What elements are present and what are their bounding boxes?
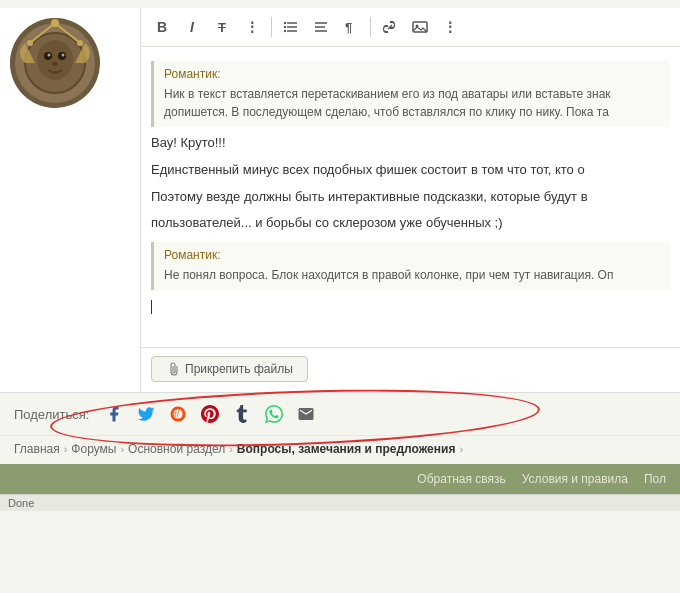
quote-text-1: Ник в текст вставляется перетаскиванием …: [164, 85, 660, 121]
svg-point-17: [284, 30, 286, 32]
quote-author-1: Романтик:: [164, 67, 660, 81]
toolbar: B I T ⋮ ¶ ⋮: [141, 8, 680, 47]
separator2: [370, 17, 371, 37]
svg-point-11: [77, 40, 83, 46]
paragraph-button[interactable]: ¶: [338, 14, 364, 40]
reddit-share-button[interactable]: r/: [167, 403, 189, 425]
more-text-button[interactable]: ⋮: [239, 14, 265, 40]
svg-point-7: [62, 54, 65, 57]
attach-section: Прикрепить файлы: [141, 347, 680, 392]
attach-files-label: Прикрепить файлы: [185, 362, 293, 376]
whatsapp-share-button[interactable]: [263, 403, 285, 425]
tumblr-share-button[interactable]: [231, 403, 253, 425]
share-icons: r/: [103, 403, 317, 425]
editor-body[interactable]: Романтик: Ник в текст вставляется перета…: [141, 47, 680, 347]
text-cursor: [151, 300, 152, 314]
status-bar: Done: [0, 494, 680, 511]
avatar: [10, 18, 100, 108]
svg-point-16: [284, 26, 286, 28]
email-share-button[interactable]: [295, 403, 317, 425]
bold-button[interactable]: B: [149, 14, 175, 40]
svg-text:¶: ¶: [345, 20, 352, 35]
strikethrough-button[interactable]: T: [209, 14, 235, 40]
main-text-3: Поэтому везде должны быть интерактивные …: [151, 187, 670, 208]
blockquote-1: Романтик: Ник в текст вставляется перета…: [151, 61, 670, 127]
avatar-col: [0, 8, 140, 392]
main-text-1: Вау! Круто!!!: [151, 133, 670, 154]
breadcrumb-sep-4: ›: [459, 443, 463, 455]
facebook-share-button[interactable]: [103, 403, 125, 425]
cursor-line[interactable]: [151, 298, 670, 314]
pinterest-share-button[interactable]: [199, 403, 221, 425]
svg-point-15: [284, 22, 286, 24]
more-button[interactable]: ⋮: [437, 14, 463, 40]
svg-point-8: [52, 62, 58, 66]
quote-text-2: Не понял вопроса. Блок находится в право…: [164, 266, 660, 284]
svg-text:r/: r/: [175, 410, 181, 419]
svg-point-3: [37, 40, 73, 80]
breadcrumb-sep-2: ›: [120, 443, 124, 455]
breadcrumb-home[interactable]: Главная: [14, 442, 60, 456]
list-button[interactable]: [278, 14, 304, 40]
footer-pol-link[interactable]: Пол: [644, 472, 666, 486]
attach-files-button[interactable]: Прикрепить файлы: [151, 356, 308, 382]
editor-col: B I T ⋮ ¶ ⋮: [140, 8, 680, 392]
link-button[interactable]: [377, 14, 403, 40]
align-button[interactable]: [308, 14, 334, 40]
footer-terms-link[interactable]: Условия и правила: [522, 472, 628, 486]
status-text: Done: [8, 497, 34, 509]
image-button[interactable]: [407, 14, 433, 40]
svg-point-10: [27, 40, 33, 46]
breadcrumb-sep-1: ›: [64, 443, 68, 455]
share-section: Поделиться: r/: [0, 392, 680, 435]
main-text-2: Единственный минус всех подобных фишек с…: [151, 160, 670, 181]
svg-point-6: [48, 54, 51, 57]
blockquote-2: Романтик: Не понял вопроса. Блок находит…: [151, 242, 670, 290]
breadcrumb: Главная › Форумы › Основной раздел › Воп…: [0, 435, 680, 464]
footer-feedback-link[interactable]: Обратная связь: [417, 472, 505, 486]
share-label: Поделиться:: [14, 407, 89, 422]
quote-author-2: Романтик:: [164, 248, 660, 262]
main-content: B I T ⋮ ¶ ⋮: [0, 8, 680, 392]
breadcrumb-forums[interactable]: Форумы: [71, 442, 116, 456]
footer: Обратная связь Условия и правила Пол: [0, 464, 680, 494]
main-text-4: пользователей... и борьбы со склерозом у…: [151, 213, 670, 234]
svg-point-9: [51, 19, 59, 27]
separator1: [271, 17, 272, 37]
breadcrumb-current: Вопросы, замечания и предложения: [237, 442, 456, 456]
breadcrumb-main-section[interactable]: Основной раздел: [128, 442, 225, 456]
italic-button[interactable]: I: [179, 14, 205, 40]
twitter-share-button[interactable]: [135, 403, 157, 425]
breadcrumb-sep-3: ›: [229, 443, 233, 455]
paperclip-icon: [166, 362, 180, 376]
